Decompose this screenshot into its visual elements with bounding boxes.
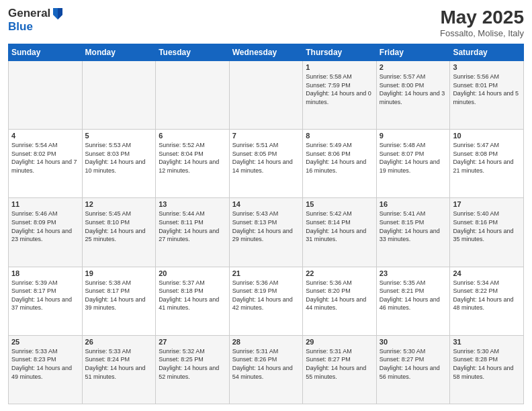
calendar-cell: 8Sunrise: 5:49 AM Sunset: 8:06 PM Daylig… — [303, 130, 377, 198]
cell-content: Sunrise: 5:38 AM Sunset: 8:17 PM Dayligh… — [85, 279, 153, 312]
calendar-cell: 19Sunrise: 5:38 AM Sunset: 8:17 PM Dayli… — [82, 267, 156, 335]
calendar-page: General Blue May 2025 Fossalto, Molise, … — [0, 0, 532, 411]
cell-content: Sunrise: 5:54 AM Sunset: 8:02 PM Dayligh… — [11, 141, 79, 175]
day-number: 11 — [11, 200, 79, 208]
day-number: 22 — [306, 269, 373, 277]
day-number: 8 — [306, 132, 373, 140]
calendar-cell: 21Sunrise: 5:36 AM Sunset: 8:19 PM Dayli… — [229, 267, 303, 335]
day-number: 4 — [11, 132, 79, 140]
cell-content: Sunrise: 5:43 AM Sunset: 8:13 PM Dayligh… — [232, 210, 300, 243]
calendar-cell: 22Sunrise: 5:36 AM Sunset: 8:20 PM Dayli… — [303, 267, 377, 335]
weekday-header-thursday: Thursday — [303, 44, 377, 61]
cell-content: Sunrise: 5:33 AM Sunset: 8:24 PM Dayligh… — [85, 347, 153, 381]
calendar-cell — [82, 61, 156, 130]
month-title: May 2025 — [440, 7, 524, 28]
logo-icon — [52, 7, 64, 20]
logo-blue: Blue — [8, 20, 64, 34]
day-number: 24 — [453, 269, 521, 277]
day-number: 20 — [159, 269, 226, 277]
cell-content: Sunrise: 5:39 AM Sunset: 8:17 PM Dayligh… — [11, 279, 79, 312]
calendar-cell: 11Sunrise: 5:46 AM Sunset: 8:09 PM Dayli… — [9, 198, 83, 267]
weekday-header-row: SundayMondayTuesdayWednesdayThursdayFrid… — [9, 44, 524, 61]
location: Fossalto, Molise, Italy — [440, 28, 524, 38]
calendar-cell: 6Sunrise: 5:52 AM Sunset: 8:04 PM Daylig… — [156, 130, 230, 198]
calendar-cell: 30Sunrise: 5:30 AM Sunset: 8:27 PM Dayli… — [376, 335, 450, 404]
calendar-cell: 27Sunrise: 5:32 AM Sunset: 8:25 PM Dayli… — [156, 335, 230, 404]
day-number: 28 — [232, 338, 300, 346]
day-number: 14 — [232, 200, 300, 208]
calendar-cell: 24Sunrise: 5:34 AM Sunset: 8:22 PM Dayli… — [450, 267, 524, 335]
svg-marker-1 — [58, 8, 62, 19]
cell-content: Sunrise: 5:46 AM Sunset: 8:09 PM Dayligh… — [11, 210, 79, 243]
weekday-header-tuesday: Tuesday — [156, 44, 230, 61]
weekday-header-monday: Monday — [82, 44, 156, 61]
calendar-cell: 28Sunrise: 5:31 AM Sunset: 8:26 PM Dayli… — [229, 335, 303, 404]
cell-content: Sunrise: 5:52 AM Sunset: 8:04 PM Dayligh… — [159, 141, 226, 175]
day-number: 17 — [453, 200, 521, 208]
day-number: 15 — [306, 200, 373, 208]
cell-content: Sunrise: 5:41 AM Sunset: 8:15 PM Dayligh… — [380, 210, 447, 243]
weekday-header-saturday: Saturday — [450, 44, 524, 61]
day-number: 21 — [232, 269, 300, 277]
weekday-header-friday: Friday — [376, 44, 450, 61]
cell-content: Sunrise: 5:40 AM Sunset: 8:16 PM Dayligh… — [453, 210, 521, 243]
logo: General Blue — [8, 7, 64, 34]
calendar-cell: 17Sunrise: 5:40 AM Sunset: 8:16 PM Dayli… — [450, 198, 524, 267]
calendar-cell: 2Sunrise: 5:57 AM Sunset: 8:00 PM Daylig… — [376, 61, 450, 130]
day-number: 27 — [159, 338, 226, 346]
day-number: 3 — [453, 63, 521, 71]
weekday-header-wednesday: Wednesday — [229, 44, 303, 61]
calendar-cell: 15Sunrise: 5:42 AM Sunset: 8:14 PM Dayli… — [303, 198, 377, 267]
cell-content: Sunrise: 5:56 AM Sunset: 8:01 PM Dayligh… — [453, 73, 521, 106]
cell-content: Sunrise: 5:36 AM Sunset: 8:19 PM Dayligh… — [232, 279, 300, 312]
calendar-table: SundayMondayTuesdayWednesdayThursdayFrid… — [8, 44, 524, 404]
calendar-cell: 7Sunrise: 5:51 AM Sunset: 8:05 PM Daylig… — [229, 130, 303, 198]
cell-content: Sunrise: 5:58 AM Sunset: 7:59 PM Dayligh… — [306, 73, 373, 106]
cell-content: Sunrise: 5:51 AM Sunset: 8:05 PM Dayligh… — [232, 141, 300, 175]
day-number: 16 — [380, 200, 447, 208]
calendar-cell: 29Sunrise: 5:31 AM Sunset: 8:27 PM Dayli… — [303, 335, 377, 404]
logo-general: General — [8, 7, 50, 20]
calendar-cell: 26Sunrise: 5:33 AM Sunset: 8:24 PM Dayli… — [82, 335, 156, 404]
day-number: 30 — [380, 338, 447, 346]
day-number: 6 — [159, 132, 226, 140]
calendar-cell: 4Sunrise: 5:54 AM Sunset: 8:02 PM Daylig… — [9, 130, 83, 198]
calendar-cell: 16Sunrise: 5:41 AM Sunset: 8:15 PM Dayli… — [376, 198, 450, 267]
cell-content: Sunrise: 5:49 AM Sunset: 8:06 PM Dayligh… — [306, 141, 373, 175]
cell-content: Sunrise: 5:36 AM Sunset: 8:20 PM Dayligh… — [306, 279, 373, 312]
calendar-cell: 5Sunrise: 5:53 AM Sunset: 8:03 PM Daylig… — [82, 130, 156, 198]
calendar-cell — [229, 61, 303, 130]
day-number: 9 — [380, 132, 447, 140]
cell-content: Sunrise: 5:44 AM Sunset: 8:11 PM Dayligh… — [159, 210, 226, 243]
cell-content: Sunrise: 5:31 AM Sunset: 8:27 PM Dayligh… — [306, 347, 373, 381]
cell-content: Sunrise: 5:35 AM Sunset: 8:21 PM Dayligh… — [380, 279, 447, 312]
cell-content: Sunrise: 5:53 AM Sunset: 8:03 PM Dayligh… — [85, 141, 153, 175]
week-row-3: 11Sunrise: 5:46 AM Sunset: 8:09 PM Dayli… — [9, 198, 524, 267]
day-number: 5 — [85, 132, 153, 140]
page-header: General Blue May 2025 Fossalto, Molise, … — [8, 7, 524, 38]
calendar-cell: 12Sunrise: 5:45 AM Sunset: 8:10 PM Dayli… — [82, 198, 156, 267]
calendar-cell: 10Sunrise: 5:47 AM Sunset: 8:08 PM Dayli… — [450, 130, 524, 198]
week-row-5: 25Sunrise: 5:33 AM Sunset: 8:23 PM Dayli… — [9, 335, 524, 404]
calendar-cell — [9, 61, 83, 130]
week-row-1: 1Sunrise: 5:58 AM Sunset: 7:59 PM Daylig… — [9, 61, 524, 130]
week-row-2: 4Sunrise: 5:54 AM Sunset: 8:02 PM Daylig… — [9, 130, 524, 198]
day-number: 29 — [306, 338, 373, 346]
day-number: 26 — [85, 338, 153, 346]
cell-content: Sunrise: 5:45 AM Sunset: 8:10 PM Dayligh… — [85, 210, 153, 243]
calendar-cell: 18Sunrise: 5:39 AM Sunset: 8:17 PM Dayli… — [9, 267, 83, 335]
day-number: 23 — [380, 269, 447, 277]
cell-content: Sunrise: 5:31 AM Sunset: 8:26 PM Dayligh… — [232, 347, 300, 381]
calendar-cell: 31Sunrise: 5:30 AM Sunset: 8:28 PM Dayli… — [450, 335, 524, 404]
day-number: 7 — [232, 132, 300, 140]
calendar-cell: 20Sunrise: 5:37 AM Sunset: 8:18 PM Dayli… — [156, 267, 230, 335]
cell-content: Sunrise: 5:30 AM Sunset: 8:28 PM Dayligh… — [453, 347, 521, 381]
calendar-cell: 14Sunrise: 5:43 AM Sunset: 8:13 PM Dayli… — [229, 198, 303, 267]
day-number: 10 — [453, 132, 521, 140]
cell-content: Sunrise: 5:33 AM Sunset: 8:23 PM Dayligh… — [11, 347, 79, 381]
calendar-cell: 3Sunrise: 5:56 AM Sunset: 8:01 PM Daylig… — [450, 61, 524, 130]
cell-content: Sunrise: 5:34 AM Sunset: 8:22 PM Dayligh… — [453, 279, 521, 312]
calendar-cell: 23Sunrise: 5:35 AM Sunset: 8:21 PM Dayli… — [376, 267, 450, 335]
cell-content: Sunrise: 5:47 AM Sunset: 8:08 PM Dayligh… — [453, 141, 521, 175]
cell-content: Sunrise: 5:48 AM Sunset: 8:07 PM Dayligh… — [380, 141, 447, 175]
